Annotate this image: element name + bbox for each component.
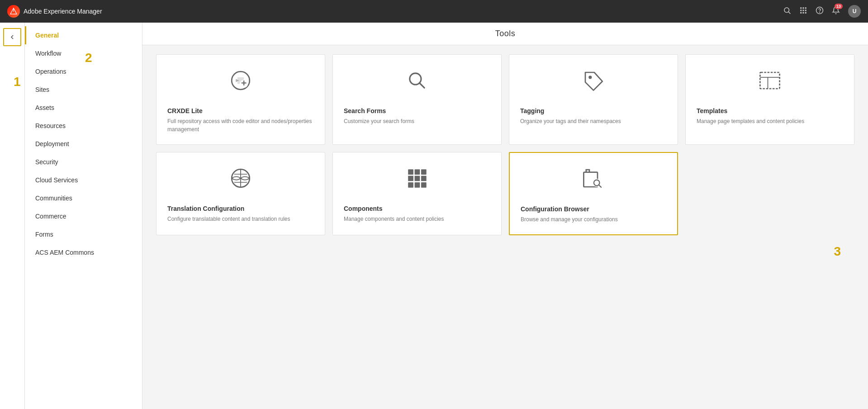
help-icon[interactable] xyxy=(816,6,824,17)
svg-point-2 xyxy=(784,8,789,13)
search-icon xyxy=(344,68,490,98)
sidebar-item-deployment[interactable]: Deployment xyxy=(25,135,142,153)
components-icon xyxy=(344,166,490,196)
tools-grid-container: CRXDE LiteFull repository access with co… xyxy=(142,45,868,409)
tool-name-tagging: Tagging xyxy=(520,107,544,114)
svg-rect-10 xyxy=(800,12,802,13)
tool-desc-crxde-lite: Full repository access with code editor … xyxy=(167,117,314,133)
svg-line-18 xyxy=(419,83,424,88)
sidebar-item-acs-aem-commons[interactable]: ACS AEM Commons xyxy=(25,243,142,262)
tool-name-search-forms: Search Forms xyxy=(344,107,386,114)
svg-rect-31 xyxy=(415,182,420,188)
sidebar-item-communities[interactable]: Communities xyxy=(25,189,142,207)
sidebar-item-operations[interactable]: Operations xyxy=(25,62,142,81)
sidebar-item-forms[interactable]: Forms xyxy=(25,225,142,243)
svg-point-19 xyxy=(588,76,592,79)
rail-back-button[interactable] xyxy=(3,28,21,46)
tools-grid: CRXDE LiteFull repository access with co… xyxy=(156,54,854,235)
tool-name-components: Components xyxy=(344,205,383,212)
tool-desc-configuration-browser: Browse and manage your configurations xyxy=(521,215,618,224)
sidebar-item-commerce[interactable]: Commerce xyxy=(25,207,142,225)
svg-rect-12 xyxy=(805,12,806,13)
svg-rect-7 xyxy=(800,10,802,11)
sidebar-item-workflow[interactable]: Workflow xyxy=(25,44,142,62)
left-rail xyxy=(0,23,25,409)
tool-card-search-forms[interactable]: Search FormsCustomize your search forms xyxy=(332,54,502,145)
tool-desc-translation-configuration: Configure translatable content and trans… xyxy=(167,215,290,223)
tool-card-crxde-lite[interactable]: CRXDE LiteFull repository access with co… xyxy=(156,54,325,145)
crxde-icon xyxy=(167,68,314,98)
aem-logo[interactable]: Adobe Experience Manager xyxy=(7,5,102,18)
svg-rect-5 xyxy=(803,7,804,9)
content-area: GeneralWorkflowOperationsSitesAssetsReso… xyxy=(25,23,868,409)
notifications-icon[interactable]: 13 xyxy=(832,6,840,17)
page-title: Tools xyxy=(495,29,516,38)
tool-card-components[interactable]: ComponentsManage components and content … xyxy=(332,152,502,235)
sidebar-item-cloud-services[interactable]: Cloud Services xyxy=(25,171,142,189)
tool-card-templates[interactable]: TemplatesManage page templates and conte… xyxy=(685,54,854,145)
tool-name-configuration-browser: Configuration Browser xyxy=(521,205,589,213)
svg-rect-4 xyxy=(800,7,802,9)
app-title: Adobe Experience Manager xyxy=(24,8,102,15)
svg-rect-32 xyxy=(421,182,427,188)
topnav-right: 13 U xyxy=(783,5,861,18)
tool-name-translation-configuration: Translation Configuration xyxy=(167,205,244,212)
adobe-logo-circle xyxy=(7,5,20,18)
svg-rect-27 xyxy=(408,176,413,181)
tool-name-crxde-lite: CRXDE Lite xyxy=(167,107,203,114)
svg-line-3 xyxy=(788,12,790,14)
templates-icon xyxy=(697,68,843,98)
top-navigation: Adobe Experience Manager 13 U xyxy=(0,0,868,23)
svg-rect-11 xyxy=(803,12,804,13)
tool-name-templates: Templates xyxy=(697,107,727,114)
topnav-left: Adobe Experience Manager xyxy=(7,5,102,18)
tool-desc-templates: Manage page templates and content polici… xyxy=(697,117,804,125)
svg-rect-28 xyxy=(415,176,420,181)
svg-rect-8 xyxy=(803,10,804,11)
svg-rect-20 xyxy=(760,72,779,89)
sidebar: GeneralWorkflowOperationsSitesAssetsReso… xyxy=(25,23,142,409)
svg-rect-9 xyxy=(805,10,806,11)
svg-rect-6 xyxy=(805,7,806,9)
tool-card-translation-configuration[interactable]: Translation ConfigurationConfigure trans… xyxy=(156,152,325,235)
sidebar-item-security[interactable]: Security xyxy=(25,153,142,171)
tag-icon xyxy=(520,68,667,98)
page-content: Tools CRXDE LiteFull repository access w… xyxy=(142,23,868,409)
user-avatar[interactable]: U xyxy=(848,5,861,18)
notification-badge: 13 xyxy=(835,4,843,9)
main-container: GeneralWorkflowOperationsSitesAssetsReso… xyxy=(0,23,868,409)
svg-rect-26 xyxy=(421,169,427,175)
svg-rect-30 xyxy=(408,182,413,188)
tool-card-tagging[interactable]: TaggingOrganize your tags and their name… xyxy=(509,54,678,145)
sidebar-item-sites[interactable]: Sites xyxy=(25,81,142,99)
svg-rect-29 xyxy=(421,176,427,181)
config-browser-icon xyxy=(521,166,666,196)
user-initials: U xyxy=(853,8,857,14)
sidebar-item-assets[interactable]: Assets xyxy=(25,99,142,117)
search-icon[interactable] xyxy=(783,6,791,17)
sidebar-item-general[interactable]: General xyxy=(25,26,142,44)
svg-rect-24 xyxy=(408,169,413,175)
sidebar-item-resources[interactable]: Resources xyxy=(25,117,142,135)
tool-desc-tagging: Organize your tags and their namespaces xyxy=(520,117,621,125)
translation-icon xyxy=(167,166,314,196)
apps-icon[interactable] xyxy=(799,6,807,17)
tool-desc-components: Manage components and content policies xyxy=(344,215,444,223)
page-title-bar: Tools xyxy=(142,23,868,45)
tool-card-configuration-browser[interactable]: Configuration BrowserBrowse and manage y… xyxy=(509,152,678,235)
svg-rect-25 xyxy=(415,169,420,175)
tool-desc-search-forms: Customize your search forms xyxy=(344,117,414,125)
